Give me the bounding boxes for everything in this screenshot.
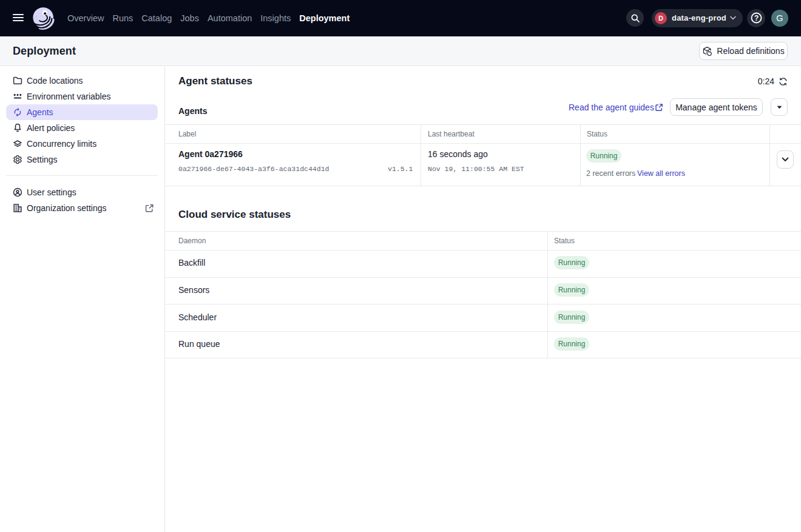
svg-text:?: ? (754, 14, 759, 22)
